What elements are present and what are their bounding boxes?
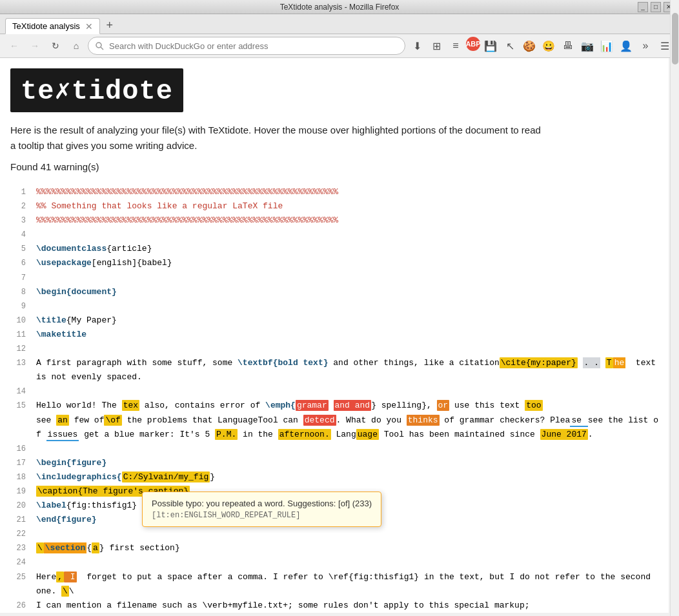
code-line-17: 17 \begin{figure} [10, 456, 658, 470]
line-content: \maketitle [36, 328, 658, 342]
line-number: 16 [10, 442, 26, 455]
address-bar[interactable] [88, 37, 405, 55]
code-line-11: 11 \maketitle [10, 328, 658, 342]
tab-label: TeXtidote analysis [12, 21, 80, 31]
code-line-23: 23 \\section{a} first section} [10, 541, 658, 555]
maximize-button[interactable]: □ [651, 2, 661, 12]
line-number: 13 [10, 357, 26, 370]
save-icon[interactable]: 💾 [481, 37, 500, 55]
window-titlebar: TeXtidote analysis - Mozilla Firefox _ □… [0, 0, 679, 14]
chart-icon[interactable]: 📊 [598, 37, 616, 55]
line-number: 7 [10, 272, 26, 284]
code-line-4: 4 [10, 228, 658, 242]
code-container: 1 %%%%%%%%%%%%%%%%%%%%%%%%%%%%%%%%%%%%%%… [10, 185, 658, 613]
line-content: Hello world! The tex also, contains erro… [36, 399, 658, 441]
line-content: \documentclass{article} [36, 242, 658, 256]
logo-area: te✗tidote [10, 68, 658, 112]
tab-bar: TeXtidote analysis ✕ + [0, 14, 679, 34]
code-line-8: 8 \begin{document} [10, 285, 658, 299]
line-content: \title{My Paper} [36, 313, 658, 328]
code-line-15: 15 Hello world! The tex also, contains e… [10, 399, 658, 441]
scrollbar[interactable] [670, 58, 679, 613]
code-line-3: 3 %%%%%%%%%%%%%%%%%%%%%%%%%%%%%%%%%%%%%%… [10, 214, 658, 228]
code-line-26: 26 I can mention a filename such as \ver… [10, 599, 658, 613]
tab-close-button[interactable]: ✕ [85, 22, 93, 31]
line-content: \\section{a} first section} [36, 541, 658, 555]
emoji-icon[interactable]: 😀 [540, 37, 558, 55]
line-number: 4 [10, 228, 26, 241]
code-line-9: 9 [10, 299, 658, 313]
line-number: 15 [10, 399, 26, 412]
minimize-button[interactable]: _ [638, 2, 648, 12]
code-line-16: 16 [10, 442, 658, 456]
line-number: 2 [10, 200, 26, 213]
more-tools-icon[interactable]: » [636, 37, 654, 55]
forward-button[interactable]: → [26, 37, 44, 55]
bookmarks-icon[interactable]: ⊞ [427, 37, 445, 55]
line-content: Here, I forget to put a space after a co… [36, 570, 658, 599]
logo: te✗tidote [10, 68, 183, 112]
code-line-14: 14 [10, 384, 658, 399]
line-content: \begin{figure} [36, 456, 658, 470]
code-line-10: 10 \title{My Paper} [10, 313, 658, 328]
screenshot-icon[interactable]: 📷 [578, 37, 596, 55]
new-tab-button[interactable]: + [101, 17, 118, 34]
page-content: te✗tidote Here is the result of analyzin… [0, 58, 669, 613]
line-content [36, 342, 658, 356]
home-button[interactable]: ⌂ [67, 37, 85, 55]
line-number: 8 [10, 286, 26, 299]
window-controls[interactable]: _ □ ✕ [638, 2, 674, 12]
code-line-1: 1 %%%%%%%%%%%%%%%%%%%%%%%%%%%%%%%%%%%%%%… [10, 185, 658, 199]
reload-button[interactable]: ↻ [46, 37, 65, 55]
line-number: 12 [10, 343, 26, 355]
line-content [36, 271, 658, 285]
line-number: 6 [10, 257, 26, 270]
tooltip-rule: [lt:en:ENGLISH_WORD_REPEAT_RULE] [152, 511, 372, 520]
account-icon[interactable]: 👤 [617, 37, 635, 55]
line-number: 24 [10, 556, 26, 569]
adblock-icon[interactable]: ABP [466, 37, 480, 51]
line-number: 19 [10, 485, 26, 498]
line-content: I can mention a filename such as \verb+m… [36, 599, 658, 613]
code-line-5: 5 \documentclass{article} [10, 242, 658, 256]
line-content: \includegraphics{C:/Sylvain/my_fig} [36, 470, 658, 484]
line-number: 20 [10, 499, 26, 512]
line-number: 17 [10, 457, 26, 470]
line-content: %% Something that looks like a regular L… [36, 199, 658, 214]
tooltip-message: Possible typo: you repeated a word. Sugg… [152, 499, 372, 508]
line-number: 23 [10, 542, 26, 555]
cursor-icon[interactable]: ↖ [501, 37, 519, 55]
toolbar-tools: ⬇ ⊞ ≡ ABP 💾 ↖ 🍪 😀 🖶 📷 📊 👤 » ☰ [408, 37, 674, 55]
line-number: 9 [10, 300, 26, 313]
line-content: A first paragraph with some stuff, some … [36, 356, 658, 384]
code-line-13: 13 A first paragraph with some stuff, so… [10, 356, 658, 384]
code-line-25: 25 Here, I forget to put a space after a… [10, 570, 658, 599]
line-content: \begin{document} [36, 285, 658, 299]
line-number: 3 [10, 214, 26, 227]
code-line-2: 2 %% Something that looks like a regular… [10, 199, 658, 214]
line-number: 11 [10, 328, 26, 341]
nav-bar: ← → ↻ ⌂ ⬇ ⊞ ≡ ABP 💾 ↖ 🍪 😀 🖶 📷 📊 👤 » ☰ [0, 34, 679, 58]
code-line-18: 18 \includegraphics{C:/Sylvain/my_fig} [10, 470, 658, 484]
cookie-icon[interactable]: 🍪 [520, 37, 538, 55]
intro-line2: a tooltip that gives you some writing ad… [10, 140, 197, 151]
code-line-7: 7 [10, 271, 658, 285]
logo-text: te✗tidote [21, 76, 173, 107]
code-line-6: 6 \usepackage[english]{babel} [10, 256, 658, 270]
line-number: 5 [10, 243, 26, 255]
print-icon[interactable]: 🖶 [559, 37, 577, 55]
line-number: 18 [10, 471, 26, 484]
scrollbar-thumb[interactable] [672, 58, 678, 65]
line-content [36, 555, 658, 570]
line-content [36, 527, 658, 541]
line-content: %%%%%%%%%%%%%%%%%%%%%%%%%%%%%%%%%%%%%%%%… [36, 185, 658, 199]
line-number: 1 [10, 186, 26, 199]
intro-paragraph: Here is the result of analyzing your fil… [10, 123, 658, 154]
back-button[interactable]: ← [5, 37, 23, 55]
line-number: 25 [10, 571, 26, 584]
reader-icon[interactable]: ≡ [447, 37, 465, 55]
line-number: 14 [10, 385, 26, 398]
line-number: 10 [10, 314, 26, 327]
download-icon[interactable]: ⬇ [408, 37, 426, 55]
active-tab[interactable]: TeXtidote analysis ✕ [5, 18, 100, 34]
